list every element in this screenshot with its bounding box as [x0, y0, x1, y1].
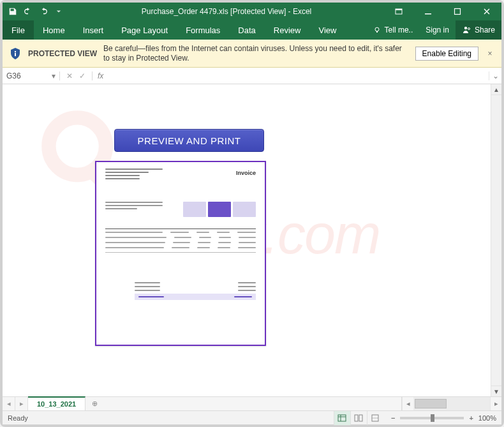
hscroll-left-icon[interactable]: ◂ [402, 397, 413, 410]
invoice-thumbnail[interactable]: Invoice [95, 161, 266, 346]
tab-view[interactable]: View [309, 20, 345, 40]
formula-enter-icon[interactable]: ✓ [79, 71, 85, 80]
name-box-value: G36 [6, 71, 49, 80]
title-bar: Purchase_Order 4479.xls [Protected View]… [3, 3, 501, 20]
formula-input[interactable] [108, 68, 489, 84]
tab-label: Home [43, 26, 65, 35]
svg-rect-5 [376, 31, 378, 33]
view-normal-icon[interactable] [334, 411, 350, 425]
tab-label: Data [238, 26, 255, 35]
formula-bar-row: G36 ▾ ✕ ✓ fx ⌄ [3, 68, 501, 84]
svg-rect-12 [338, 415, 346, 421]
fx-label: fx [93, 71, 108, 80]
tab-label: View [318, 26, 336, 35]
worksheet-area[interactable]: pcrisk.com PREVIEW AND PRINT Invoice [3, 84, 501, 396]
protected-view-title: PROTECTED VIEW [28, 49, 97, 58]
tab-label: File [11, 26, 25, 35]
tab-label: Insert [83, 26, 104, 35]
horizontal-scrollbar[interactable]: ◂ ▸ [401, 397, 501, 410]
quick-access-toolbar [3, 6, 69, 17]
scroll-up-icon[interactable]: ▲ [491, 84, 501, 95]
status-ready: Ready [8, 414, 28, 422]
svg-rect-1 [396, 9, 402, 10]
svg-point-6 [464, 27, 467, 29]
svg-rect-9 [15, 53, 16, 56]
svg-rect-3 [455, 9, 461, 15]
hscroll-right-icon[interactable]: ▸ [490, 397, 501, 410]
invoice-title: Invoice [236, 170, 256, 176]
svg-point-4 [375, 27, 379, 31]
minimize-icon[interactable] [413, 3, 443, 20]
messagebar-close-icon[interactable]: × [485, 49, 495, 58]
excel-window: Purchase_Order 4479.xls [Protected View]… [0, 0, 504, 427]
zoom-in-icon[interactable]: + [469, 414, 473, 422]
enable-editing-button[interactable]: Enable Editing [415, 47, 478, 61]
protected-view-text: Be careful—files from the Internet can c… [103, 44, 409, 63]
hscroll-thumb[interactable] [415, 399, 447, 408]
sheet-tab-label: 10_13_2021 [37, 400, 76, 408]
svg-point-7 [468, 28, 470, 30]
sheet-tab-active[interactable]: 10_13_2021 [28, 396, 85, 410]
zoom-slider[interactable] [400, 417, 464, 419]
status-bar: Ready − + 100% [3, 410, 501, 424]
name-box-dropdown-icon[interactable]: ▾ [52, 71, 56, 80]
ribbon-tabs: File Home Insert Page Layout Formulas Da… [3, 20, 501, 40]
formula-expand-icon[interactable]: ⌄ [489, 71, 501, 80]
tab-page-layout[interactable]: Page Layout [112, 20, 177, 40]
scroll-down-icon[interactable]: ▼ [491, 386, 501, 396]
tab-insert[interactable]: Insert [74, 20, 113, 40]
zoom-out-icon[interactable]: − [391, 414, 395, 422]
view-page-layout-icon[interactable] [350, 411, 367, 425]
preview-and-print-button[interactable]: PREVIEW AND PRINT [114, 129, 264, 152]
tab-label: Review [274, 26, 301, 35]
save-icon[interactable] [8, 6, 18, 17]
tab-file[interactable]: File [3, 20, 34, 40]
tab-nav-next-icon[interactable]: ▸ [15, 397, 28, 410]
preview-and-print-label: PREVIEW AND PRINT [138, 135, 241, 146]
vertical-scrollbar[interactable]: ▲ ▼ [491, 84, 501, 396]
tab-label: Page Layout [121, 26, 168, 35]
tab-home[interactable]: Home [34, 20, 74, 40]
svg-rect-16 [359, 415, 362, 421]
formula-cancel-icon[interactable]: ✕ [66, 71, 73, 80]
tell-me-label: Tell me.. [385, 26, 413, 34]
sign-in-button[interactable]: Sign in [419, 20, 456, 40]
sheet-tabs-row: ◂ ▸ 10_13_2021 ⊕ ◂ ▸ [3, 396, 501, 410]
tab-data[interactable]: Data [229, 20, 264, 40]
hscroll-track[interactable] [413, 397, 490, 410]
redo-icon[interactable] [38, 6, 48, 17]
zoom-value[interactable]: 100% [478, 414, 496, 422]
formula-buttons: ✕ ✓ [60, 71, 93, 80]
window-title: Purchase_Order 4479.xls [Protected View]… [69, 7, 384, 16]
undo-icon[interactable] [23, 6, 33, 17]
new-sheet-icon[interactable]: ⊕ [85, 397, 103, 410]
name-box[interactable]: G36 ▾ [3, 71, 60, 80]
tab-nav-prev-icon[interactable]: ◂ [3, 397, 15, 410]
view-buttons [334, 411, 383, 425]
protected-view-bar: PROTECTED VIEW Be careful—files from the… [3, 40, 501, 68]
zoom-controls: − + 100% [391, 414, 496, 422]
tell-me-button[interactable]: Tell me.. [367, 20, 420, 40]
ribbon-display-icon[interactable] [384, 3, 413, 20]
tab-formulas[interactable]: Formulas [177, 20, 229, 40]
share-label: Share [475, 26, 495, 34]
tab-label: Formulas [186, 26, 220, 35]
lightbulb-icon [373, 26, 381, 34]
window-controls [384, 3, 501, 20]
svg-rect-2 [425, 13, 431, 15]
tab-review[interactable]: Review [265, 20, 310, 40]
enable-editing-label: Enable Editing [422, 49, 471, 58]
person-share-icon [462, 26, 471, 34]
maximize-icon[interactable] [443, 3, 472, 20]
sign-in-label: Sign in [426, 26, 449, 34]
svg-rect-15 [355, 415, 358, 421]
share-button[interactable]: Share [456, 20, 501, 40]
view-page-break-icon[interactable] [367, 411, 383, 425]
qat-dropdown-icon[interactable] [54, 6, 64, 17]
zoom-thumb[interactable] [431, 414, 434, 422]
close-icon[interactable] [472, 3, 501, 20]
shield-info-icon [9, 47, 22, 60]
svg-point-8 [15, 50, 16, 52]
